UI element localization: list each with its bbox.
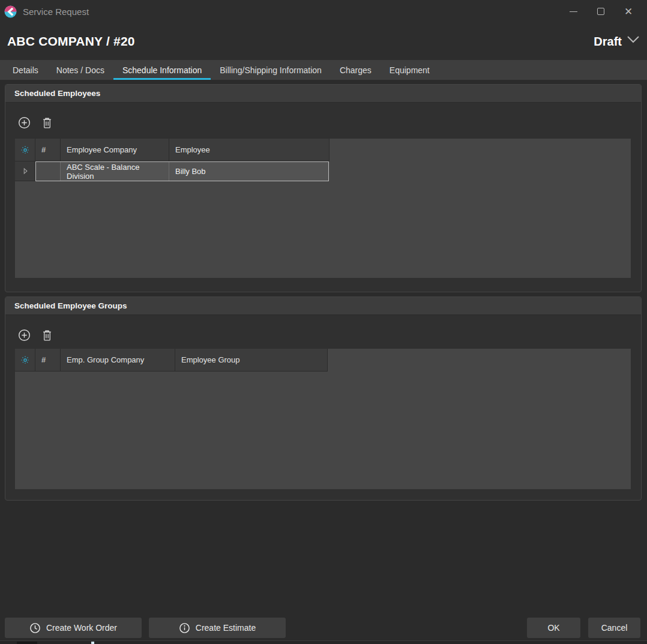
close-button[interactable]: ✕ (615, 0, 642, 23)
trash-icon (41, 116, 53, 129)
scheduled-employee-groups-section: Scheduled Employee Groups # Emp. Group C… (5, 296, 642, 501)
create-work-order-button[interactable]: Create Work Order (5, 618, 142, 638)
ok-button[interactable]: OK (527, 618, 580, 638)
add-employee-button[interactable] (17, 116, 31, 129)
column-header-num[interactable]: # (35, 349, 61, 372)
plus-circle-icon (18, 116, 31, 129)
grid-header-filler (328, 349, 631, 372)
cancel-button[interactable]: Cancel (588, 618, 640, 638)
delete-employee-group-button[interactable] (40, 328, 53, 342)
clock-icon (29, 622, 41, 634)
cell-employee[interactable]: Billy Bob (169, 161, 329, 181)
employee-groups-grid: # Emp. Group Company Employee Group (15, 349, 631, 489)
groups-grid-header: # Emp. Group Company Employee Group (15, 349, 631, 372)
tab-details[interactable]: Details (4, 60, 47, 80)
page-title: ABC COMPANY / #20 (7, 34, 135, 49)
tab-notes-docs[interactable]: Notes / Docs (47, 60, 113, 80)
info-circle-icon (179, 622, 190, 634)
groups-toolbar (17, 328, 641, 342)
triangle-right-icon (21, 167, 29, 175)
sun-burst-icon (20, 355, 30, 365)
column-header-employee-group[interactable]: Employee Group (175, 349, 328, 372)
status-dropdown[interactable]: Draft (594, 35, 640, 49)
button-label: Create Work Order (46, 623, 117, 633)
background-window-edge (0, 640, 647, 644)
app-logo-icon (4, 5, 17, 18)
section-title: Scheduled Employee Groups (14, 301, 127, 310)
button-label: Create Estimate (196, 623, 256, 633)
section-title: Scheduled Employees (14, 89, 100, 98)
employees-grid-header: # Employee Company Employee (15, 139, 631, 161)
employee-row-cells: ABC Scale - Balance Division Billy Bob (35, 161, 329, 181)
delete-employee-button[interactable] (40, 116, 53, 129)
maximize-icon (597, 8, 604, 15)
row-expander-button[interactable] (15, 161, 35, 181)
add-employee-group-button[interactable] (17, 328, 31, 342)
chevron-down-icon (627, 35, 640, 44)
column-header-employee[interactable]: Employee (169, 139, 330, 161)
tab-billing-shipping-information[interactable]: Billing/Shipping Information (211, 60, 331, 80)
tab-equipment[interactable]: Equipment (381, 60, 439, 80)
titlebar: Service Request ✕ (0, 0, 647, 23)
window-controls: ✕ (559, 0, 647, 23)
tab-schedule-information[interactable]: Schedule Information (113, 60, 211, 80)
employees-grid: # Employee Company Employee ABC Scale - … (15, 139, 631, 278)
background-window-segment (17, 642, 37, 644)
cell-employee-company[interactable]: ABC Scale - Balance Division (61, 161, 169, 181)
create-estimate-button[interactable]: Create Estimate (149, 618, 286, 638)
sun-burst-icon (20, 145, 30, 155)
cell-row-number (35, 161, 61, 181)
employee-row[interactable]: ABC Scale - Balance Division Billy Bob (15, 161, 631, 181)
scheduled-employees-section: Scheduled Employees # Employee Company E… (5, 84, 642, 292)
tab-charges[interactable]: Charges (331, 60, 381, 80)
column-header-group-company[interactable]: Emp. Group Company (61, 349, 175, 372)
scheduled-employee-groups-header: Scheduled Employee Groups (5, 297, 641, 315)
maximize-button[interactable] (587, 0, 615, 23)
window-title: Service Request (23, 7, 89, 17)
column-header-employee-company[interactable]: Employee Company (61, 139, 169, 161)
minimize-icon (570, 11, 577, 12)
button-label: OK (547, 623, 559, 633)
scheduled-employees-header: Scheduled Employees (5, 85, 641, 103)
tab-bar: Details Notes / Docs Schedule Informatio… (0, 60, 647, 80)
column-chooser-button[interactable] (15, 349, 35, 372)
app-header: ABC COMPANY / #20 Draft (0, 23, 647, 60)
column-header-num[interactable]: # (35, 139, 61, 161)
minimize-button[interactable] (559, 0, 587, 23)
column-chooser-button[interactable] (15, 139, 35, 161)
trash-icon (41, 329, 53, 342)
button-label: Cancel (601, 623, 628, 633)
status-badge: Draft (594, 35, 622, 49)
employees-toolbar (17, 116, 641, 129)
close-icon: ✕ (624, 7, 633, 17)
grid-header-filler (330, 139, 631, 161)
plus-circle-icon (18, 329, 31, 342)
background-window-highlight (91, 642, 94, 644)
